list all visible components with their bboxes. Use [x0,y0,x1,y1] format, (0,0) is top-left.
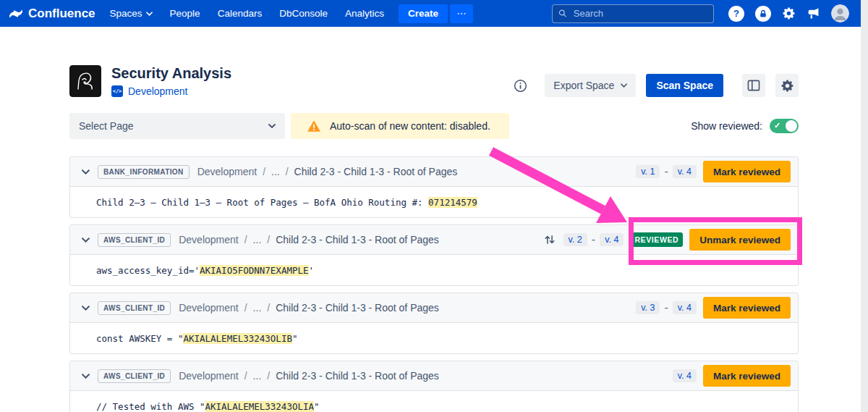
version-chip[interactable]: v. 4 [600,233,624,246]
space-link[interactable]: Development [128,85,188,97]
version-chip[interactable]: v. 4 [673,301,697,314]
breadcrumb-item[interactable]: Child 2-3 - Child 1-3 - Root of Pages [276,302,439,314]
finding-actions: v. 3-v. 4 Mark reviewed [636,297,791,319]
breadcrumb-separator: / [267,370,270,382]
finding-code: // Tested with AWS "AKIALALEMEL33243OLIA… [96,401,320,412]
chevron-down-icon[interactable] [82,237,90,243]
breadcrumb-separator: / [244,370,247,382]
version-chip[interactable]: v. 4 [673,165,697,178]
space-settings-button[interactable] [775,74,799,97]
search-icon [558,9,567,18]
version-chip[interactable]: v. 2 [563,233,587,246]
space-avatar-icon [69,65,101,97]
finding-header: AWS_CLIENT_ID Development/.../Child 2-3 … [70,361,798,390]
review-action-button[interactable]: Mark reviewed [703,161,791,182]
confluence-logo[interactable]: Confluence [9,7,95,21]
code-text: " [292,333,298,344]
nav-item-label: Spaces [110,8,142,19]
review-action-button[interactable]: Unmark reviewed [689,229,791,251]
page-header: Security Analysis </> Development Export… [69,65,799,97]
sidebar-panel-button[interactable] [742,74,765,97]
search-input[interactable] [572,7,707,20]
sensitive-value-highlight: AKIALALEMEL33243OLIA [205,401,315,412]
breadcrumb-item[interactable]: ... [271,166,280,177]
finding-code: const AWSKEY = "AKIALALEMEL33243OLIB" [96,333,297,344]
warning-icon [307,119,321,133]
version-separator: - [592,233,595,246]
space-title-block: Security Analysis </> Development [69,65,231,97]
lock-icon[interactable] [755,6,771,22]
nav-menu: Spaces People Calendars DbConsole Analyt… [110,8,384,19]
nav-item-dbconsole[interactable]: DbConsole [279,8,328,19]
filter-toolbar: Select Page Auto-scan of new content: di… [69,113,799,139]
nav-item-analytics[interactable]: Analytics [345,8,384,19]
breadcrumb-item[interactable]: Development [197,166,258,177]
code-text: Child 2–3 – Child 1–3 – Root of Pages – … [96,197,428,208]
breadcrumb: Development/.../Child 2-3 - Child 1-3 - … [179,370,439,382]
diff-compare-icon[interactable] [544,234,556,245]
chevron-down-icon[interactable] [82,169,90,175]
nav-item-people[interactable]: People [170,8,200,19]
breadcrumb-item[interactable]: Development [179,302,239,314]
autoscan-warning-banner: Auto-scan of new content: disabled. [291,113,509,139]
help-icon[interactable]: ? [728,6,744,22]
code-text: ' [309,265,315,276]
finding-content: aws_access_key_id='AKIAIO5FODNN7EXAMPLE' [70,254,798,285]
show-reviewed-toggle[interactable]: ✓ [770,119,799,133]
code-text: const AWSKEY = " [96,333,183,344]
version-chip[interactable]: v. 1 [636,165,660,178]
version-chips: v. 1-v. 4 [636,165,697,178]
review-action-button[interactable]: Mark reviewed [703,365,791,387]
finding-type-badge: AWS_CLIENT_ID [98,233,171,247]
finding-actions: v. 2-v. 4 REVIEWED Unmark reviewed [544,229,791,251]
code-text: " [314,401,320,412]
breadcrumb-item[interactable]: Child 2-3 - Child 1-3 - Root of Pages [276,370,439,382]
finding-card: AWS_CLIENT_ID Development/.../Child 2-3 … [69,224,799,286]
version-chip[interactable]: v. 4 [673,369,697,382]
breadcrumb-item[interactable]: Development [179,370,239,382]
sensitive-value-highlight: 071214579 [428,197,477,208]
top-navbar: Confluence Spaces People Calendars DbCon… [0,0,868,27]
nav-more-button[interactable]: ⋯ [450,4,473,23]
version-chips: v. 2-v. 4 [563,233,624,246]
finding-content: Child 2–3 – Child 1–3 – Root of Pages – … [70,186,798,217]
select-page-dropdown[interactable]: Select Page [69,113,285,139]
breadcrumb-item[interactable]: Development [179,234,239,245]
breadcrumb-item[interactable]: ... [253,234,262,245]
chevron-down-icon [146,12,153,16]
finding-card: BANK_INFORMATION Development/.../Child 2… [69,156,799,218]
create-button[interactable]: Create [399,4,448,23]
toggle-knob [786,120,797,132]
nav-item-calendars[interactable]: Calendars [218,8,263,19]
chevron-down-icon[interactable] [82,306,90,311]
breadcrumb-item[interactable]: Child 2-3 - Child 1-3 - Root of Pages [276,234,439,245]
code-space-icon: </> [111,85,123,97]
chevron-down-icon [621,83,627,88]
export-space-button[interactable]: Export Space [545,74,636,97]
page-content: Security Analysis </> Development Export… [0,27,868,412]
page-title: Security Analysis [111,65,231,82]
reviewed-badge: REVIEWED [630,232,683,247]
finding-content: // Tested with AWS "AKIALALEMEL33243OLIA… [70,390,798,412]
breadcrumb-item[interactable]: ... [253,370,262,382]
scan-space-button[interactable]: Scan Space [646,74,723,97]
avatar[interactable] [831,4,849,22]
show-reviewed-control: Show reviewed: ✓ [691,119,799,133]
info-icon[interactable] [514,79,527,93]
search-box [552,4,714,23]
breadcrumb-separator: / [244,234,247,245]
breadcrumb-separator: / [286,166,289,177]
nav-item-spaces[interactable]: Spaces [110,8,153,19]
gear-icon [780,79,794,93]
gear-icon[interactable] [782,7,796,20]
megaphone-icon[interactable] [807,7,820,20]
version-chip[interactable]: v. 3 [636,301,660,314]
breadcrumb-item[interactable]: Child 2-3 - Child 1-3 - Root of Pages [294,166,458,177]
review-action-button[interactable]: Mark reviewed [703,297,791,319]
confluence-mark-icon [9,7,23,21]
chevron-down-icon[interactable] [82,374,90,379]
finding-code: aws_access_key_id='AKIAIO5FODNN7EXAMPLE' [96,265,314,276]
version-separator: - [664,165,668,178]
findings-list: BANK_INFORMATION Development/.../Child 2… [69,156,799,412]
breadcrumb-item[interactable]: ... [253,302,262,314]
